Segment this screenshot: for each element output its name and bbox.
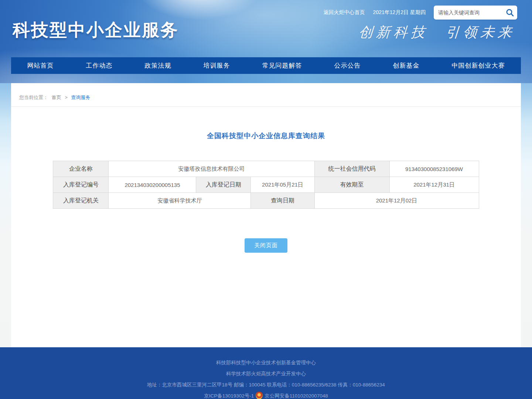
nav-item-home[interactable]: 网站首页 bbox=[27, 61, 54, 70]
table-row: 入库登记机关 安徽省科学技术厅 查询日期 2021年12月02日 bbox=[53, 193, 479, 209]
footer-org-2: 科学技术部火炬高技术产业开发中心 bbox=[0, 368, 532, 379]
breadcrumb-separator: > bbox=[65, 95, 68, 100]
query-date-value: 2021年12月02日 bbox=[314, 193, 479, 209]
valid-until-value: 2021年12月31日 bbox=[389, 177, 479, 193]
search-icon[interactable] bbox=[505, 8, 514, 17]
icp-filing-link[interactable]: 京ICP备13019302号-1 bbox=[204, 393, 254, 399]
registration-date-value: 2021年05月21日 bbox=[251, 177, 314, 193]
public-security-filing-link[interactable]: 京公网安备11010202007048 bbox=[265, 393, 328, 399]
torch-center-home-link[interactable]: 返回火炬中心首页 bbox=[324, 9, 365, 16]
close-page-button[interactable]: 关闭页面 bbox=[245, 238, 287, 253]
registration-number-label: 入库登记编号 bbox=[53, 177, 109, 193]
breadcrumb: 您当前位置： 首页 > 查询服务 bbox=[11, 83, 521, 107]
query-result-table: 企业名称 安徽塔孜信息技术有限公司 统一社会信用代码 9134030008523… bbox=[53, 161, 479, 209]
search-input[interactable] bbox=[438, 10, 505, 16]
footer-org-1: 科技部科技型中小企业技术创新基金管理中心 bbox=[0, 357, 532, 368]
nav-item-announcements[interactable]: 公示公告 bbox=[334, 61, 361, 70]
footer: 科技部科技型中小企业技术创新基金管理中心 科学技术部火炬高技术产业开发中心 地址… bbox=[0, 347, 532, 399]
current-date: 2021年12月2日 星期四 bbox=[373, 9, 426, 16]
registration-number-value: 202134030200005135 bbox=[109, 177, 196, 193]
credit-code-label: 统一社会信用代码 bbox=[314, 161, 389, 177]
registration-date-label: 入库登记日期 bbox=[196, 177, 251, 193]
table-row: 企业名称 安徽塔孜信息技术有限公司 统一社会信用代码 9134030008523… bbox=[53, 161, 479, 177]
nav-item-innovation-fund[interactable]: 创新基金 bbox=[393, 61, 420, 70]
nav-item-policies[interactable]: 政策法规 bbox=[145, 61, 171, 70]
credit-code-value: 91340300085231069W bbox=[389, 161, 479, 177]
company-name-value: 安徽塔孜信息技术有限公司 bbox=[109, 161, 314, 177]
footer-contact-info: 地址：北京市西城区三里河二区甲18号 邮编：100045 联系电话：010-88… bbox=[0, 379, 532, 391]
main-nav: 网站首页 工作动态 政策法规 培训服务 常见问题解答 公示公告 创新基金 中国创… bbox=[11, 57, 521, 74]
table-row: 入库登记编号 202134030200005135 入库登记日期 2021年05… bbox=[53, 177, 479, 193]
footer-icp-row: 京ICP备13019302号-1京公网安备11010202007048 bbox=[0, 391, 532, 399]
site-logo: 科技型中小企业服务 bbox=[13, 18, 179, 42]
public-security-badge-icon bbox=[256, 392, 263, 399]
nav-item-innovation-competition[interactable]: 中国创新创业大赛 bbox=[452, 61, 505, 70]
company-name-label: 企业名称 bbox=[53, 161, 109, 177]
search-box[interactable] bbox=[434, 6, 517, 20]
breadcrumb-current-link[interactable]: 查询服务 bbox=[71, 95, 90, 100]
breadcrumb-home-link[interactable]: 首页 bbox=[52, 95, 61, 100]
page-title: 全国科技型中小企业信息库查询结果 bbox=[11, 131, 521, 141]
nav-item-training[interactable]: 培训服务 bbox=[204, 61, 230, 70]
valid-until-label: 有效期至 bbox=[314, 177, 389, 193]
nav-item-work-news[interactable]: 工作动态 bbox=[86, 61, 113, 70]
registration-authority-value: 安徽省科学技术厅 bbox=[109, 193, 251, 209]
breadcrumb-prefix: 您当前位置： bbox=[19, 95, 48, 100]
content-panel: 您当前位置： 首页 > 查询服务 全国科技型中小企业信息库查询结果 企业名称 安… bbox=[11, 83, 521, 347]
header-slogan: 创新科技 引领未来 bbox=[358, 23, 516, 42]
nav-item-faq[interactable]: 常见问题解答 bbox=[262, 61, 302, 70]
registration-authority-label: 入库登记机关 bbox=[53, 193, 109, 209]
query-date-label: 查询日期 bbox=[251, 193, 314, 209]
